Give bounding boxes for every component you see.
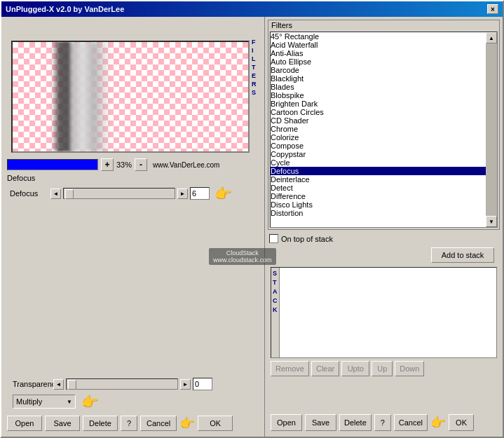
filter-list-item[interactable]: Blobspike (271, 91, 486, 100)
zoom-url: www.VanDerLee.com (153, 161, 219, 169)
scroll-down-btn[interactable]: ▼ (486, 216, 497, 227)
transparency-value-input[interactable]: 0 (193, 378, 212, 390)
filters-list-container: 45° RectangleAcid WaterfallAnti-AliasAut… (270, 32, 498, 228)
filter-list-item[interactable]: Detect (271, 184, 486, 192)
filter-list-item[interactable]: Defocus (271, 167, 486, 175)
delete-button[interactable]: Delete (83, 416, 118, 431)
defocus-slider-row: Defocus ◄ ► 6 👉 (10, 185, 261, 202)
zoom-bar: + 33% - www.VanDerLee.com (7, 158, 261, 171)
filter-list-item[interactable]: 45° Rectangle (271, 32, 486, 41)
down-button[interactable]: Down (395, 361, 424, 376)
blend-dropdown-icon: ▼ (67, 399, 72, 405)
right-save-button[interactable]: Save (305, 414, 336, 431)
filter-list-item[interactable]: Blacklight (271, 74, 486, 83)
transparency-slider-thumb[interactable] (68, 380, 76, 390)
filter-list-item[interactable]: Difference (271, 192, 486, 200)
left-panel: F I L T E R S + 33% - www.VanDe (1, 17, 264, 437)
stack-area: S T A C K (271, 267, 497, 358)
ok-button[interactable]: OK (198, 416, 233, 431)
stack-buttons-row: Remove Clear Upto Up Down (271, 361, 497, 376)
checkerboard-bg (13, 42, 248, 151)
filter-list-item[interactable]: Disco Lights (271, 200, 486, 209)
transparency-left-arrow[interactable]: ◄ (53, 379, 64, 390)
filter-list-item[interactable]: Deinterlace (271, 175, 486, 184)
defocus-slider-thumb[interactable] (65, 189, 74, 199)
on-top-stack-label: On top of stack (281, 235, 333, 243)
filters-scrollbar: ▲ ▼ (486, 32, 497, 227)
transparency-label: Transparency (13, 380, 51, 388)
watermark-line1: CloudStack (213, 249, 272, 256)
watermark-line2: www.cloudstack.com (213, 256, 272, 264)
blend-mode-value: Multiply (16, 397, 42, 406)
right-cancel-button[interactable]: Cancel (394, 414, 428, 431)
save-button[interactable]: Save (45, 416, 80, 431)
filter-list-item[interactable]: Cartoon Circles (271, 108, 486, 116)
filter-list-item[interactable]: Compose (271, 142, 486, 150)
filter-list-item[interactable]: Brighten Dark (271, 100, 486, 108)
defocus-value-input[interactable]: 6 (190, 187, 210, 200)
filter-list-item[interactable]: Chrome (271, 125, 486, 133)
on-top-stack-row: On top of stack (269, 234, 498, 243)
cancel-button[interactable]: Cancel (140, 416, 177, 431)
filter-list-item[interactable]: CD Shader (271, 116, 486, 125)
blur-column (51, 42, 72, 151)
main-window: UnPlugged-X v2.0 by VanDerLee × F I L T … (0, 0, 504, 438)
defocus-param-label: Defocus (10, 189, 48, 198)
defocus-right-arrow[interactable]: ► (177, 189, 188, 199)
filter-list-item[interactable]: Colorize (271, 133, 486, 142)
right-panel: Filters 45° RectangleAcid WaterfallAnti-… (264, 17, 503, 437)
right-bottom-buttons: Open Save Delete ? Cancel 👉 OK (268, 414, 500, 431)
zoom-minus-button[interactable]: - (135, 158, 147, 171)
filter-list-item[interactable]: Cycle (271, 158, 486, 167)
blend-hand-icon: 👉 (81, 393, 99, 410)
filters-group-label: Filters (268, 20, 499, 30)
filter-list-item[interactable]: Copypstar (271, 150, 486, 158)
right-ok-button[interactable]: OK (449, 414, 474, 431)
right-delete-button[interactable]: Delete (339, 414, 372, 431)
scroll-up-btn[interactable]: ▲ (486, 32, 497, 43)
open-button[interactable]: Open (7, 416, 42, 431)
blend-mode-select[interactable]: Multiply ▼ (13, 395, 76, 409)
watermark-overlay: CloudStack www.cloudstack.com (209, 248, 276, 265)
zoom-percent: 33% (116, 160, 132, 169)
filters-group-box: Filters 45° RectangleAcid WaterfallAnti-… (268, 20, 500, 230)
filter-list-item[interactable]: Blades (271, 83, 486, 91)
active-filter-label: Defocus (7, 174, 261, 182)
on-top-stack-checkbox[interactable] (269, 234, 278, 243)
help-button[interactable]: ? (121, 416, 137, 431)
title-bar: UnPlugged-X v2.0 by VanDerLee × (1, 1, 503, 17)
filter-list-item[interactable]: Barcode (271, 66, 486, 74)
watermark-box: CloudStack www.cloudstack.com (209, 248, 276, 265)
bottom-action-buttons: Open Save Delete ? Cancel 👉 OK (7, 416, 233, 431)
stack-side-label-container: S T A C K (271, 268, 280, 357)
close-button[interactable]: × (487, 4, 498, 14)
defocus-slider-track[interactable] (63, 188, 175, 199)
transparency-right-arrow[interactable]: ► (180, 379, 191, 390)
add-to-stack-button[interactable]: Add to stack (431, 247, 494, 263)
filter-list-item[interactable]: Acid Waterfall (271, 41, 486, 49)
up-button[interactable]: Up (372, 361, 393, 376)
right-help-button[interactable]: ? (374, 414, 391, 431)
clear-button[interactable]: Clear (311, 361, 339, 376)
cancel-hand-icon: 👉 (179, 416, 195, 431)
zoom-progress-bar (7, 159, 98, 170)
defocus-left-arrow[interactable]: ◄ (50, 189, 61, 199)
zoom-plus-button[interactable]: + (101, 158, 114, 171)
filter-list-item[interactable]: Distortion (271, 209, 486, 217)
transparency-slider-row: Transparency ◄ ► 0 (13, 378, 212, 390)
defocus-hand-icon: 👉 (214, 185, 232, 202)
remove-button[interactable]: Remove (271, 361, 309, 376)
blend-row: Multiply ▼ 👉 (13, 393, 99, 410)
preview-area (11, 41, 250, 153)
window-title: UnPlugged-X v2.0 by VanDerLee (6, 5, 124, 13)
scroll-track[interactable] (486, 43, 497, 216)
transparency-slider-track[interactable] (66, 378, 178, 390)
upto-button[interactable]: Upto (341, 361, 369, 376)
filter-list-item[interactable]: Anti-Alias (271, 49, 486, 57)
filters-list[interactable]: 45° RectangleAcid WaterfallAnti-AliasAut… (271, 32, 486, 227)
add-to-stack-row: Add to stack (271, 246, 497, 264)
main-content: F I L T E R S + 33% - www.VanDe (1, 17, 503, 437)
cancel-right-hand-icon: 👉 (430, 415, 446, 430)
filter-list-item[interactable]: Auto Ellipse (271, 57, 486, 66)
right-open-button[interactable]: Open (271, 414, 302, 431)
